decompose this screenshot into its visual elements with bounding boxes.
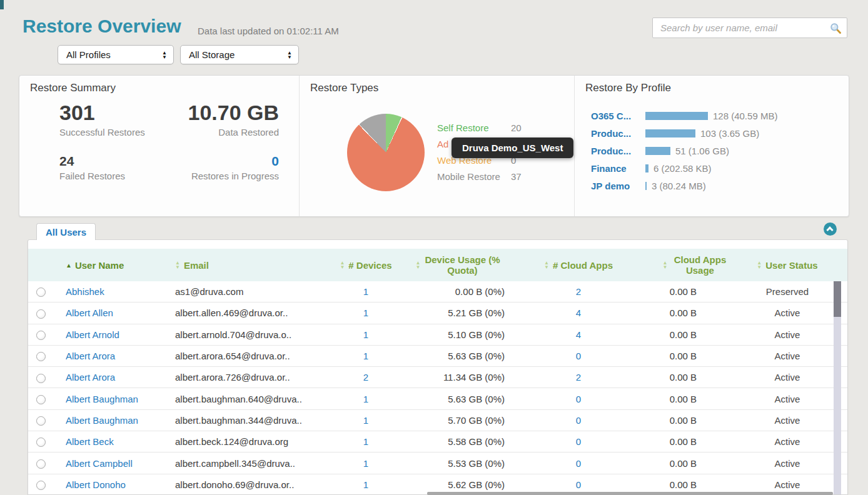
left-edge-sliver (0, 0, 4, 9)
vertical-scrollbar-track[interactable] (834, 281, 841, 495)
user-name-link[interactable]: Albert Campbell (66, 458, 133, 469)
profile-bar[interactable] (645, 147, 670, 155)
sort-icon: ▲▼ (340, 261, 345, 269)
profile-bar[interactable] (645, 164, 648, 172)
legend-item-self-restore[interactable]: Self Restore 20 (437, 119, 522, 136)
device-count-link[interactable]: 1 (325, 479, 406, 490)
user-name-link[interactable]: Albert Arnold (66, 329, 119, 340)
column-label: # Cloud Apps (553, 260, 613, 271)
cloud-apps-usage-value: 0.00 B (647, 436, 744, 447)
user-name-link[interactable]: Albert Beck (66, 436, 114, 447)
cloud-apps-count-link[interactable]: 2 (510, 286, 647, 297)
collapse-panel-button[interactable] (824, 222, 837, 236)
table-row[interactable]: Albert Arora albert.arora.726@druva.or..… (28, 367, 847, 388)
sort-icon: ▲▼ (416, 261, 421, 269)
user-email: albert.arora.654@druva.or.. (175, 351, 325, 361)
profiles-dropdown[interactable]: All Profiles ▲▼ (58, 45, 174, 64)
legend-label: Mobile Restore (437, 171, 511, 182)
profile-name-link[interactable]: O365 C... (591, 111, 645, 121)
row-radio-button[interactable] (36, 352, 46, 361)
table-row[interactable]: Albert Baughman albert.baughman.640@druv… (28, 388, 847, 409)
row-radio-button[interactable] (36, 395, 46, 404)
profile-bar[interactable] (645, 129, 695, 138)
device-usage-value: 5.63 GB (0%) (406, 351, 510, 361)
user-name-link[interactable]: Albert Donoho (66, 479, 126, 490)
cloud-apps-count-link[interactable]: 0 (510, 479, 647, 490)
user-name-link[interactable]: Albert Allen (66, 308, 113, 318)
user-status-value: Active (744, 351, 830, 361)
row-radio-button[interactable] (36, 481, 46, 490)
profile-value: 3 (80.24 MB) (652, 181, 706, 191)
search-input[interactable] (653, 22, 829, 33)
stat-restores-in-progress: 0 Restores in Progress (191, 154, 279, 181)
row-radio-button[interactable] (36, 331, 46, 340)
storage-dropdown[interactable]: All Storage ▲▼ (180, 45, 299, 64)
stat-value: 24 (59, 154, 125, 169)
panel-title: Restore By Profile (585, 82, 671, 94)
table-row[interactable]: Albert Arnold albert.arnold.704@druva.o.… (28, 324, 847, 346)
device-count-link[interactable]: 1 (325, 351, 406, 361)
column-label: Cloud Apps Usage (671, 254, 729, 276)
user-name-link[interactable]: Albert Baughman (66, 394, 138, 404)
restore-types-pie[interactable] (347, 114, 425, 191)
cloud-apps-usage-value: 0.00 B (647, 458, 744, 469)
user-name-link[interactable]: Albert Arora (66, 351, 115, 361)
user-name-link[interactable]: Abhishek (66, 286, 104, 297)
row-radio-button[interactable] (36, 288, 46, 297)
device-count-link[interactable]: 1 (325, 329, 406, 340)
row-radio-button[interactable] (36, 459, 46, 469)
user-status-value: Active (744, 458, 830, 469)
search-icon[interactable] (829, 22, 842, 34)
cloud-apps-count-link[interactable]: 0 (510, 394, 647, 404)
row-radio-button[interactable] (36, 416, 46, 426)
cloud-apps-count-link[interactable]: 4 (510, 329, 647, 340)
table-row[interactable]: Albert Allen albert.allen.469@druva.or..… (28, 302, 847, 324)
table-row[interactable]: Albert Beck albert.beck.124@druva.org 1 … (28, 431, 847, 452)
column-header-user-name[interactable]: ▲ User Name (66, 260, 175, 271)
table-row[interactable]: Abhishek as1@druva.com 1 0.00 B (0%) 2 0… (28, 281, 847, 302)
stat-failed-restores: 24 Failed Restores (59, 154, 125, 181)
column-header-cloud-apps[interactable]: ▲▼ # Cloud Apps (510, 260, 647, 271)
device-count-link[interactable]: 1 (325, 286, 406, 297)
device-usage-value: 5.63 GB (0%) (406, 394, 510, 404)
device-count-link[interactable]: 1 (325, 436, 406, 447)
cloud-apps-count-link[interactable]: 0 (510, 458, 647, 469)
user-email: albert.campbell.345@druva.. (175, 458, 325, 469)
profile-bar[interactable] (645, 182, 647, 190)
row-radio-button[interactable] (36, 309, 46, 319)
table-row[interactable]: Albert Arora albert.arora.654@druva.or..… (28, 346, 847, 367)
profile-name-link[interactable]: Produc... (591, 128, 645, 139)
column-header-email[interactable]: ▲▼ Email (175, 260, 325, 271)
cloud-apps-count-link[interactable]: 0 (510, 415, 647, 426)
profile-bar[interactable] (645, 112, 708, 120)
cloud-apps-count-link[interactable]: 4 (510, 308, 647, 318)
summary-panels: Restore Summary 301 Successful Restores … (19, 75, 849, 217)
profile-name-link[interactable]: JP demo (591, 181, 645, 191)
vertical-scrollbar-thumb[interactable] (834, 281, 841, 317)
row-radio-button[interactable] (36, 374, 46, 383)
device-count-link[interactable]: 1 (325, 308, 406, 318)
legend-item-mobile-restore[interactable]: Mobile Restore 37 (437, 168, 522, 184)
table-row[interactable]: Albert Baughman albert.baughman.344@druv… (28, 410, 847, 431)
row-radio-button[interactable] (36, 438, 46, 447)
cloud-apps-count-link[interactable]: 0 (510, 351, 647, 361)
profile-name-link[interactable]: Finance (591, 163, 645, 174)
table-row[interactable]: Albert Campbell albert.campbell.345@druv… (28, 452, 847, 474)
column-header-devices[interactable]: ▲▼ # Devices (325, 260, 406, 271)
device-count-link[interactable]: 2 (325, 372, 406, 382)
column-header-device-usage[interactable]: ▲▼ Device Usage (% Quota) (406, 254, 510, 276)
tab-all-users[interactable]: All Users (36, 223, 96, 240)
user-name-link[interactable]: Albert Baughman (66, 415, 138, 426)
profile-name-link[interactable]: Produc... (591, 146, 645, 156)
search-box[interactable] (652, 18, 847, 38)
user-name-link[interactable]: Albert Arora (66, 372, 115, 382)
cloud-apps-count-link[interactable]: 2 (510, 372, 647, 382)
device-count-link[interactable]: 1 (325, 394, 406, 404)
device-count-link[interactable]: 1 (325, 415, 406, 426)
horizontal-scrollbar-thumb[interactable] (427, 492, 833, 495)
sort-asc-icon: ▲ (66, 260, 72, 271)
device-count-link[interactable]: 1 (325, 458, 406, 469)
cloud-apps-count-link[interactable]: 0 (510, 436, 647, 447)
column-header-user-status[interactable]: ▲▼ User Status (744, 260, 830, 271)
column-header-cloud-apps-usage[interactable]: ▲▼ Cloud Apps Usage (647, 254, 744, 276)
